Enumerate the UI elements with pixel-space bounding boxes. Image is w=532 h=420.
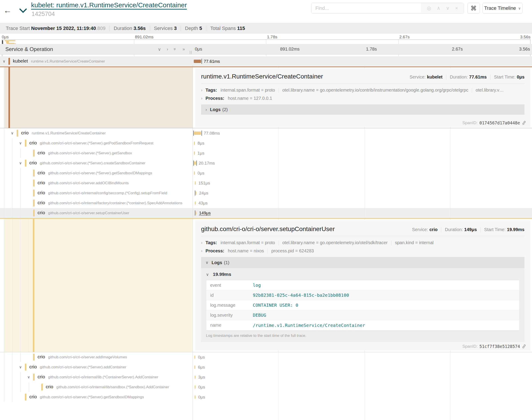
minimap-tick: 891.02ms: [135, 35, 153, 40]
operation-name: github.com/cri-o/cri-o/server.addImageVo…: [48, 355, 127, 359]
span-detail-panel-kubelet: runtime.v1.RuntimeService/CreateContaine…: [0, 67, 532, 128]
span-name-cell[interactable]: ∨ criogithub.com/cri-o/cri-o/server.(*Se…: [0, 138, 193, 148]
span-bar[interactable]: [196, 191, 196, 195]
span-row[interactable]: ∨ criogithub.com/cri-o/cri-o/server.(*Se…: [0, 158, 532, 168]
span-row[interactable]: ∨ criogithub.com/cri-o/cri-o/internal/co…: [0, 188, 532, 198]
span-timeline-cell[interactable]: 8μs: [193, 138, 532, 148]
logs-section-header[interactable]: › Logs (2): [201, 105, 524, 115]
expand-one-icon[interactable]: ›: [167, 46, 168, 52]
span-timeline-cell[interactable]: 43μs: [193, 198, 532, 208]
span-timeline-cell[interactable]: 0μs: [193, 168, 532, 178]
link-icon[interactable]: [522, 344, 526, 349]
span-name-cell[interactable]: ∨ criogithub.com/cri-o/cri-o/server.setu…: [0, 208, 193, 218]
row-chevron-icon[interactable]: ∨: [11, 131, 14, 135]
span-duration-label: 3μs: [198, 375, 205, 380]
span-timeline-cell[interactable]: 20.17ms: [193, 158, 532, 168]
service-operation-title: Service & Operation: [5, 46, 53, 52]
ruler-tick: 891.02ms: [280, 46, 300, 52]
process-row[interactable]: › Process: host.name = 127.0.0.1: [201, 96, 524, 101]
logs-section-header[interactable]: ∨ Logs (1): [201, 257, 524, 268]
span-timeline-cell[interactable]: 1μs: [193, 148, 532, 158]
keyboard-shortcuts-button[interactable]: ⌘: [468, 3, 480, 14]
span-row[interactable]: ∨ criogithub.com/cri-o/cri-o/internal/li…: [0, 372, 532, 382]
log-entry-header[interactable]: ∨ 19.99ms: [206, 272, 519, 277]
span-row[interactable]: ∨ criogithub.com/cri-o/cri-o/server.addI…: [0, 352, 532, 362]
span-timeline-cell[interactable]: 77.61ms: [193, 56, 532, 67]
span-row[interactable]: ∨ criogithub.com/cri-o/cri-o/server.addO…: [0, 178, 532, 188]
span-row[interactable]: ∨ kubeletruntime.v1.RuntimeService/Creat…: [0, 56, 532, 67]
span-bar[interactable]: [194, 162, 196, 165]
span-name-cell[interactable]: ∨ crioruntime.v1.RuntimeService/CreateCo…: [0, 128, 193, 138]
span-name-cell[interactable]: ∨ kubeletruntime.v1.RuntimeService/Creat…: [0, 56, 193, 67]
span-name-cell[interactable]: ∨ criogithub.com/cri-o/cri-o/internal/li…: [0, 372, 193, 382]
span-timeline-cell[interactable]: 149μs: [193, 208, 532, 218]
span-name-cell[interactable]: ∨ criogithub.com/cri-o/cri-o/server.(*Se…: [0, 148, 193, 158]
span-row[interactable]: ∨ crioruntime.v1.RuntimeService/CreateCo…: [0, 128, 532, 138]
span-bar[interactable]: [194, 365, 195, 369]
next-match-icon[interactable]: ∨: [446, 5, 449, 11]
span-row[interactable]: ∨ criogithub.com/cri-o/cri-o/server.(*Se…: [0, 392, 532, 402]
span-bar[interactable]: [194, 151, 195, 155]
service-name: crio: [21, 130, 29, 135]
link-icon[interactable]: [522, 121, 526, 125]
span-bar[interactable]: [195, 385, 196, 389]
span-timeline-cell[interactable]: 151μs: [193, 178, 532, 188]
span-row[interactable]: ∨ criogithub.com/cri-o/cri-o/server.setu…: [0, 208, 532, 218]
row-chevron-icon[interactable]: ∨: [27, 375, 30, 379]
span-bar[interactable]: [195, 181, 196, 185]
span-timeline-cell[interactable]: 0μs: [193, 352, 532, 362]
span-name-cell[interactable]: ∨ criogithub.com/cri-o/cri-o/server.(*Se…: [0, 392, 193, 402]
span-duration-label: 0μs: [198, 355, 205, 360]
span-timeline-cell[interactable]: 24μs: [193, 188, 532, 198]
span-name-cell[interactable]: ∨ criogithub.com/cri-o/cri-o/internal/fa…: [0, 198, 193, 208]
span-bar[interactable]: [195, 201, 196, 205]
span-row[interactable]: ∨ criogithub.com/cri-o/cri-o/server.(*Se…: [0, 138, 532, 148]
span-timeline-cell[interactable]: 6μs: [193, 362, 532, 372]
span-timeline-cell[interactable]: 0μs: [193, 382, 532, 392]
trace-title-link[interactable]: kubelet: runtime.v1.RuntimeService/Creat…: [31, 1, 187, 9]
span-bar[interactable]: [194, 356, 195, 359]
tags-row[interactable]: › Tags: internal.span.format = proto ote…: [201, 240, 524, 245]
row-chevron-icon[interactable]: ∨: [19, 161, 22, 165]
collapse-all-icon[interactable]: »: [172, 48, 178, 50]
span-timeline-cell[interactable]: 0μs: [193, 392, 532, 402]
span-duration-label: 20.17ms: [199, 161, 215, 166]
tags-row[interactable]: › Tags: internal.span.format = proto ote…: [201, 88, 524, 93]
span-bar[interactable]: [194, 132, 201, 135]
span-bar[interactable]: [195, 375, 196, 379]
span-name-cell[interactable]: ∨ criogithub.com/cri-o/cri-o/server.(*Se…: [0, 158, 193, 168]
prev-match-icon[interactable]: ∧: [437, 5, 440, 11]
row-chevron-icon[interactable]: ∨: [19, 141, 22, 146]
span-name-cell[interactable]: ∨ criogithub.com/cri-o/cri-o/server.(*Se…: [0, 362, 193, 372]
span-bar[interactable]: [194, 141, 195, 145]
span-bar[interactable]: [194, 171, 195, 175]
column-resizer-grip[interactable]: [190, 51, 191, 54]
collapse-trace-header-icon[interactable]: [19, 8, 27, 14]
span-name-cell[interactable]: ∨ criogithub.com/cri-o/cri-o/internal/co…: [0, 188, 193, 198]
span-name-cell[interactable]: ∨ criogithub.com/cri-o/cri-o/server.addI…: [0, 352, 193, 362]
span-bar[interactable]: [194, 60, 201, 63]
span-name-cell[interactable]: ∨ criogithub.com/cri-o/cri-o/internal/li…: [0, 382, 193, 392]
logs-section-body: ∨ 19.99ms event log id 92b82381-025c-4a6…: [201, 268, 524, 342]
clear-find-icon[interactable]: ×: [455, 5, 458, 11]
span-timeline-cell[interactable]: 3μs: [193, 372, 532, 382]
trace-view-selector[interactable]: Trace Timeline ∨: [483, 3, 522, 14]
span-row[interactable]: ∨ criogithub.com/cri-o/cri-o/server.(*Se…: [0, 362, 532, 372]
span-row[interactable]: ∨ criogithub.com/cri-o/cri-o/server.(*Se…: [0, 148, 532, 158]
span-timeline-cell[interactable]: 77.08ms: [193, 128, 532, 138]
span-bar[interactable]: [196, 211, 196, 215]
find-input[interactable]: [311, 3, 421, 13]
back-arrow-icon[interactable]: ←: [3, 6, 12, 15]
span-bar[interactable]: [195, 395, 196, 399]
span-name-cell[interactable]: ∨ criogithub.com/cri-o/cri-o/server.(*Se…: [0, 168, 193, 178]
span-name-cell[interactable]: ∨ criogithub.com/cri-o/cri-o/server.addO…: [0, 178, 193, 188]
row-chevron-icon[interactable]: ∨: [19, 365, 22, 369]
span-row[interactable]: ∨ criogithub.com/cri-o/cri-o/server.(*Se…: [0, 168, 532, 178]
collapse-one-icon[interactable]: ∨: [158, 46, 161, 52]
span-row[interactable]: ∨ criogithub.com/cri-o/cri-o/internal/li…: [0, 382, 532, 392]
span-row[interactable]: ∨ criogithub.com/cri-o/cri-o/internal/fa…: [0, 198, 532, 208]
process-row[interactable]: › Process: host.name = nixos process.pid…: [201, 248, 524, 254]
expand-all-icon[interactable]: »: [182, 46, 185, 52]
row-chevron-icon[interactable]: ∨: [3, 59, 5, 64]
locate-icon[interactable]: ◎: [427, 5, 431, 11]
